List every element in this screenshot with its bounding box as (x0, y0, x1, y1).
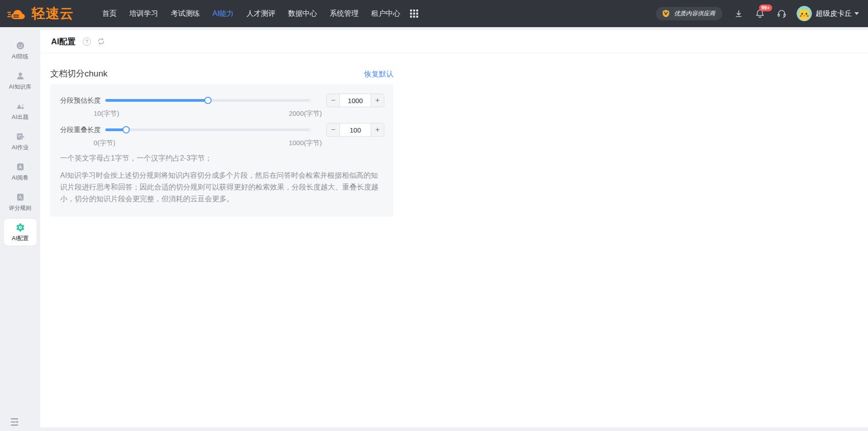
chunk-description-text: AI知识学习时会按上述切分规则将知识内容切分成多个片段，然后在问答时会检索并根据… (60, 170, 384, 205)
sidebar-item-ai-question-gen[interactable]: AI出题 (4, 98, 37, 124)
top-navbar: 轻速云 首页 培训学习 考试测练 AI能力 人才测评 数据中心 系统管理 租户中… (0, 0, 868, 27)
byte-hint-text: 一个英文字母占1字节，一个汉字约占2-3字节； (60, 154, 384, 163)
brand-logo[interactable]: 轻速云 (7, 5, 96, 23)
estimated-length-stepper: − + (326, 94, 384, 107)
dropdown-caret-icon (854, 12, 859, 15)
gear-icon (15, 223, 25, 232)
main-panel: AI配置 ? 文档切分chunk 恢复默认 分段预估长度 (40, 30, 868, 427)
overlap-length-slider[interactable] (105, 123, 312, 137)
supplier-badge-label: 优质内容供应商 (674, 9, 715, 18)
sidebar-item-label: AI阅卷 (12, 174, 28, 182)
nav-item-data-center[interactable]: 数据中心 (282, 0, 323, 27)
estimated-length-slider[interactable] (105, 93, 312, 108)
navbar-right: 优质内容供应商 99+ (656, 6, 859, 21)
decrease-button[interactable]: − (327, 94, 340, 107)
sidebar-item-label: AI出题 (12, 114, 28, 121)
max-bound-label: 2000(字节) (289, 109, 322, 118)
slider-bounds: 10(字节) 2000(字节) (105, 109, 312, 118)
person-icon (15, 71, 25, 81)
supplier-badge[interactable]: 优质内容供应商 (656, 7, 722, 20)
sidebar-item-ai-grading[interactable]: AI阅卷 (4, 158, 37, 185)
mountain-icon (15, 101, 25, 111)
nav-item-home[interactable]: 首页 (96, 0, 123, 27)
restore-defaults-link[interactable]: 恢复默认 (364, 70, 393, 79)
estimated-length-input[interactable] (340, 94, 371, 107)
rules-page-icon (15, 192, 25, 202)
slider-bounds: 0(字节) 1000(字节) (105, 139, 312, 147)
nav-item-talent-assess[interactable]: 人才测评 (240, 0, 282, 27)
sidebar-item-ai-config[interactable]: AI配置 (4, 219, 37, 246)
sidebar-item-label: AI陪练 (12, 53, 28, 61)
username: 超级皮卡丘 (816, 9, 852, 19)
cloud-logo-icon (7, 6, 28, 21)
sidebar-item-ai-homework[interactable]: AI作业 (4, 128, 37, 155)
nav-item-tenant-center[interactable]: 租户中心 (365, 0, 406, 27)
nav-item-training[interactable]: 培训学习 (123, 0, 165, 27)
collapse-menu-icon[interactable] (11, 418, 20, 426)
page-title: AI配置 (51, 36, 75, 47)
page-title-row: AI配置 ? (40, 30, 868, 53)
sidebar-item-label: AI作业 (12, 144, 28, 152)
max-bound-label: 1000(字节) (289, 139, 322, 147)
overlap-length-input[interactable] (340, 123, 371, 136)
page-content: 文档切分chunk 恢复默认 分段预估长度 − + (40, 53, 868, 217)
sidebar-item-scoring-rules[interactable]: 评分规则 (4, 189, 37, 215)
decrease-button[interactable]: − (327, 123, 340, 136)
refresh-icon[interactable] (97, 37, 105, 46)
sidebar-item-label: AI配置 (12, 235, 28, 242)
min-bound-label: 0(字节) (94, 139, 115, 147)
overlap-length-stepper: − + (326, 123, 384, 137)
slider-label: 分段重叠长度 (60, 126, 105, 134)
notification-badge: 99+ (759, 5, 772, 11)
slider-track[interactable] (105, 128, 312, 131)
bell-icon[interactable]: 99+ (755, 9, 765, 19)
nav-item-ai-ability[interactable]: AI能力 (206, 0, 240, 27)
grading-page-icon (15, 162, 25, 172)
sidebar: AI陪练 AI知识库 AI出题 AI作业 (0, 27, 40, 431)
sidebar-item-label: 评分规则 (9, 204, 32, 212)
sidebar-item-ai-sparring[interactable]: AI陪练 (4, 37, 37, 64)
estimated-length-row: 分段预估长度 − + (60, 93, 384, 108)
sidebar-item-label: AI知识库 (9, 83, 31, 91)
nav-item-system-mgmt[interactable]: 系统管理 (323, 0, 365, 27)
min-bound-label: 10(字节) (94, 109, 119, 118)
homework-pen-icon (15, 132, 25, 142)
section-title: 文档切分chunk (50, 68, 108, 80)
main-nav: 首页 培训学习 考试测练 AI能力 人才测评 数据中心 系统管理 租户中心 (96, 0, 406, 27)
overlap-length-row: 分段重叠长度 − + (60, 123, 384, 137)
download-icon[interactable] (734, 9, 743, 18)
headset-icon[interactable] (777, 9, 787, 19)
avatar (797, 6, 812, 21)
chunk-settings-card: 分段预估长度 − + 10(字节) 2000(字节) (50, 84, 393, 217)
section-header: 文档切分chunk 恢复默认 (50, 68, 393, 80)
sparring-face-icon (15, 41, 25, 51)
slider-thumb[interactable] (123, 126, 130, 133)
shield-icon (661, 9, 670, 18)
logo-text: 轻速云 (32, 5, 74, 23)
increase-button[interactable]: + (371, 123, 384, 136)
slider-thumb[interactable] (204, 97, 212, 104)
user-menu[interactable]: 超级皮卡丘 (797, 6, 859, 21)
increase-button[interactable]: + (371, 94, 384, 107)
nav-item-exam[interactable]: 考试测练 (165, 0, 206, 27)
help-icon[interactable]: ? (83, 38, 91, 46)
apps-grid-icon[interactable] (410, 9, 418, 18)
slider-label: 分段预估长度 (60, 96, 105, 105)
sidebar-item-ai-knowledge-base[interactable]: AI知识库 (4, 67, 37, 94)
